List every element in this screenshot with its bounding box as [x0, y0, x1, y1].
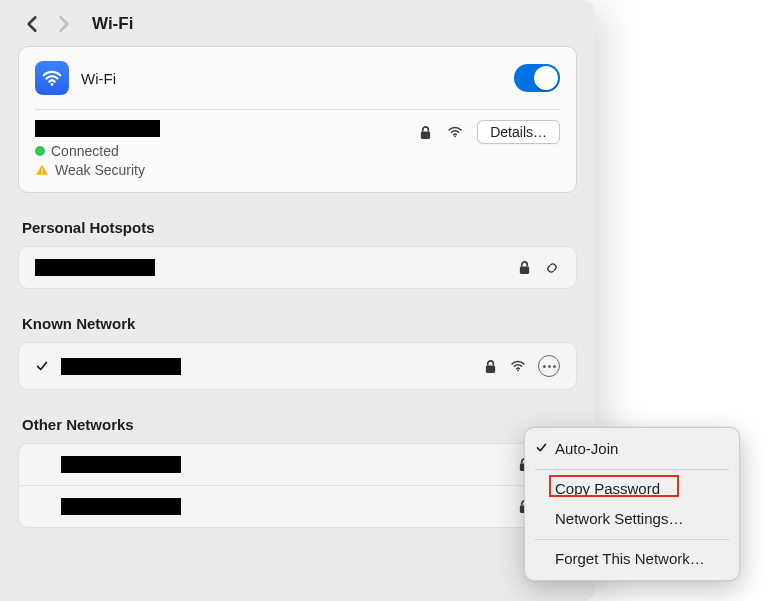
menu-label: Network Settings…	[555, 508, 683, 531]
personal-hotspots-list	[18, 246, 577, 289]
wifi-settings-pane: Wi-Fi Wi-Fi Connected	[0, 0, 595, 601]
menu-auto-join[interactable]: Auto-Join	[525, 434, 739, 465]
connected-status: Connected	[35, 143, 560, 159]
link-icon	[544, 260, 560, 276]
wifi-signal-icon	[447, 124, 463, 140]
svg-rect-3	[421, 131, 430, 138]
wifi-main-card: Wi-Fi Connected Weak Security	[18, 46, 577, 193]
warning-icon	[35, 163, 49, 177]
back-button[interactable]	[22, 14, 42, 34]
known-network-list	[18, 342, 577, 390]
other-network-name	[61, 498, 181, 515]
menu-label: Auto-Join	[555, 438, 618, 461]
page-title: Wi-Fi	[92, 14, 133, 34]
header: Wi-Fi	[0, 0, 595, 46]
network-context-menu: Auto-Join Copy Password Network Settings…	[524, 427, 740, 581]
svg-rect-1	[41, 168, 42, 171]
security-label: Weak Security	[55, 162, 145, 178]
more-options-button[interactable]	[538, 355, 560, 377]
svg-point-7	[517, 369, 519, 371]
lock-icon	[482, 358, 498, 374]
svg-point-0	[51, 83, 54, 86]
menu-network-settings[interactable]: Network Settings…	[525, 504, 739, 535]
svg-point-2	[41, 172, 42, 173]
menu-copy-password[interactable]: Copy Password	[525, 474, 739, 505]
checkmark-icon	[35, 359, 53, 373]
forward-button[interactable]	[54, 14, 74, 34]
menu-label: Copy Password	[555, 478, 660, 501]
wifi-title: Wi-Fi	[81, 70, 116, 87]
connected-label: Connected	[51, 143, 119, 159]
svg-point-4	[454, 135, 456, 137]
menu-separator	[535, 469, 729, 470]
other-networks-list	[18, 443, 577, 528]
hotspot-name	[35, 259, 155, 276]
lock-icon	[516, 260, 532, 276]
details-button[interactable]: Details…	[477, 120, 560, 144]
wifi-toggle[interactable]	[514, 64, 560, 92]
wifi-icon	[35, 61, 69, 95]
known-network-header: Known Network	[22, 315, 573, 332]
known-network-name	[61, 358, 181, 375]
security-status: Weak Security	[35, 162, 560, 178]
menu-label: Forget This Network…	[555, 548, 705, 571]
other-network-row[interactable]	[19, 444, 576, 486]
menu-separator	[535, 539, 729, 540]
svg-rect-5	[519, 267, 528, 274]
current-network-name	[35, 120, 160, 137]
other-networks-header: Other Networks	[22, 416, 573, 433]
checkmark-icon	[535, 438, 548, 461]
lock-icon	[417, 124, 433, 140]
hotspot-row[interactable]	[19, 247, 576, 288]
personal-hotspots-header: Personal Hotspots	[22, 219, 573, 236]
known-network-row[interactable]	[19, 343, 576, 389]
other-network-name	[61, 456, 181, 473]
status-dot-icon	[35, 146, 45, 156]
svg-rect-6	[485, 365, 494, 372]
current-network-row: Connected Weak Security Details…	[19, 110, 576, 192]
menu-forget-network[interactable]: Forget This Network…	[525, 544, 739, 575]
other-network-row[interactable]	[19, 486, 576, 527]
wifi-signal-icon	[510, 358, 526, 374]
